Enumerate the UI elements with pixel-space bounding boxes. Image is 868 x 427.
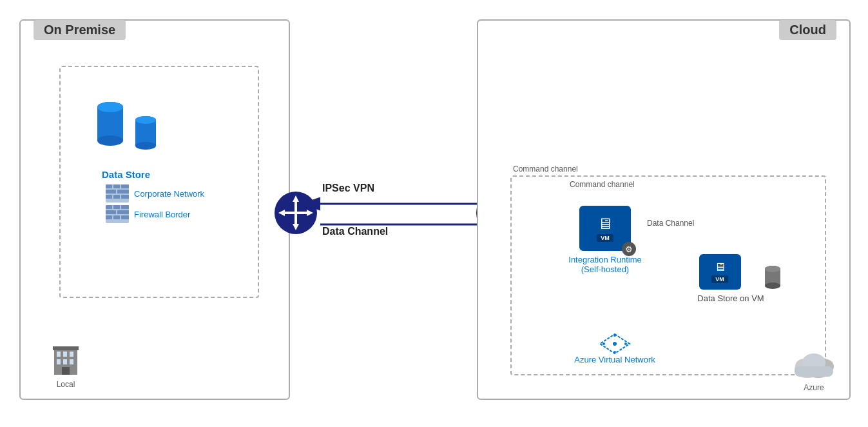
azure-vnet-icon bbox=[599, 333, 631, 355]
svg-rect-28 bbox=[106, 205, 112, 209]
azure-vnet-label: Azure Virtual Network bbox=[563, 355, 666, 364]
building-icon bbox=[53, 343, 79, 375]
svg-rect-40 bbox=[70, 352, 73, 357]
diagram-container: On Premise bbox=[0, 0, 868, 427]
command-channel-label: Command channel bbox=[570, 180, 635, 189]
local-label: Local bbox=[53, 380, 79, 389]
svg-rect-43 bbox=[70, 359, 73, 364]
svg-rect-35 bbox=[121, 215, 129, 219]
svg-rect-22 bbox=[106, 190, 116, 194]
svg-rect-38 bbox=[57, 352, 61, 357]
cloud-icon bbox=[791, 348, 836, 381]
svg-point-16 bbox=[135, 142, 156, 150]
svg-rect-25 bbox=[113, 195, 120, 199]
svg-point-12 bbox=[97, 135, 123, 146]
vpn-node-left bbox=[273, 190, 318, 235]
integration-runtime-icon: 🖥 VM ⚙ Integration Runtime (Self-hosted) bbox=[563, 206, 647, 274]
cloud-box: Cloud Data Factory bbox=[477, 19, 851, 400]
on-premise-inner-box: Data Store bbox=[59, 66, 259, 298]
svg-rect-33 bbox=[106, 215, 112, 219]
firewall-icon-2 bbox=[106, 205, 129, 223]
svg-point-17 bbox=[135, 116, 156, 124]
svg-rect-20 bbox=[113, 184, 120, 188]
svg-point-77 bbox=[613, 351, 616, 353]
azure-vnet-box: Command channel 🖥 VM ⚙ Integration Runti… bbox=[510, 175, 826, 375]
on-premise-label: On Premise bbox=[34, 20, 126, 40]
data-channel-middle-label: Data Channel bbox=[322, 226, 388, 237]
svg-rect-41 bbox=[57, 359, 61, 364]
svg-point-76 bbox=[613, 334, 616, 337]
svg-point-75 bbox=[624, 343, 627, 345]
svg-rect-24 bbox=[106, 195, 112, 199]
svg-rect-23 bbox=[117, 190, 129, 194]
svg-rect-42 bbox=[63, 359, 67, 364]
ipsec-vpn-label: IPSec VPN bbox=[322, 183, 374, 194]
firewall-border-label: Firewall Border bbox=[134, 210, 190, 219]
integration-runtime-label: Integration Runtime (Self-hosted) bbox=[563, 255, 647, 274]
data-store-label: Data Store bbox=[93, 169, 159, 180]
svg-point-13 bbox=[97, 102, 123, 112]
svg-rect-19 bbox=[106, 184, 112, 188]
svg-point-73 bbox=[613, 342, 617, 346]
azure-vnet-label-area: Azure Virtual Network bbox=[563, 333, 666, 364]
azure-label: Azure bbox=[791, 383, 836, 392]
svg-rect-26 bbox=[121, 195, 129, 199]
svg-rect-37 bbox=[53, 346, 79, 350]
svg-point-71 bbox=[765, 266, 780, 272]
data-channel-cloud-label: Data Channel bbox=[647, 219, 694, 228]
firewall-icon-1 bbox=[106, 184, 129, 203]
cloud-label: Cloud bbox=[779, 20, 836, 40]
svg-point-74 bbox=[603, 343, 605, 345]
on-premise-box: On Premise bbox=[19, 19, 290, 400]
gear-badge: ⚙ bbox=[622, 242, 636, 256]
data-store-vm-label: Data Store on VM bbox=[679, 293, 782, 303]
svg-rect-21 bbox=[121, 184, 129, 188]
azure-cloud-icon: Azure bbox=[791, 348, 836, 392]
svg-rect-39 bbox=[63, 352, 67, 357]
svg-rect-29 bbox=[113, 205, 120, 209]
svg-point-70 bbox=[765, 283, 780, 289]
svg-rect-34 bbox=[113, 215, 120, 219]
command-channel-outside-label: Command channel bbox=[513, 164, 578, 174]
corporate-network-label: Corporate Network bbox=[134, 189, 204, 199]
svg-rect-44 bbox=[62, 367, 70, 375]
svg-rect-83 bbox=[795, 366, 833, 377]
data-store-vm-icon: 🖥 VM Data Store on VM bbox=[679, 254, 782, 303]
svg-rect-30 bbox=[121, 205, 129, 209]
svg-rect-31 bbox=[106, 210, 116, 214]
local-icon: Local bbox=[53, 343, 79, 389]
data-store-icon: Data Store bbox=[93, 99, 159, 180]
vm-cylinder-icon bbox=[763, 264, 782, 290]
firewall-section: Corporate Network Firewall Border bbox=[106, 184, 204, 226]
svg-rect-32 bbox=[117, 210, 129, 214]
